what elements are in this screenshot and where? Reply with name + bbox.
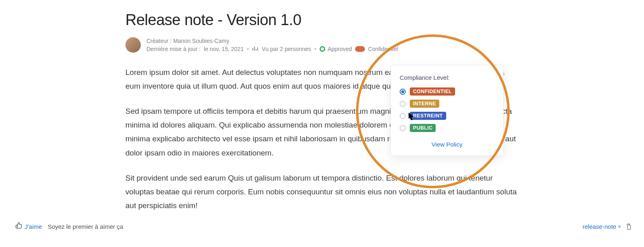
compliance-tag: CONFIDENTIEL bbox=[410, 87, 455, 96]
like-label: J'aime bbox=[25, 223, 42, 230]
updated-value: le nov. 15, 2021 bbox=[204, 45, 244, 53]
meta-text: Créateur : Manon Soubies-Camy Dernière m… bbox=[146, 37, 398, 53]
confidential-label: Confidentiel bbox=[368, 45, 398, 53]
radio-icon[interactable] bbox=[400, 113, 406, 119]
view-policy-row: View Policy bbox=[400, 141, 494, 148]
approved-label: Approved bbox=[328, 45, 352, 53]
updated-label: Dernière mise à jour : bbox=[146, 45, 201, 53]
compliance-levels: CONFIDENTIELINTERNERESTREINTPUBLIC bbox=[400, 87, 494, 132]
radio-icon[interactable] bbox=[400, 101, 406, 107]
meta-line-2: Dernière mise à jour : le nov. 15, 2021 … bbox=[146, 45, 398, 53]
creator-label: Créateur : bbox=[146, 38, 172, 44]
tag-icon[interactable]: 🏷 bbox=[625, 223, 633, 230]
compliance-tag: INTERNE bbox=[410, 100, 439, 108]
radio-icon[interactable] bbox=[400, 125, 406, 131]
creator-line: Créateur : Manon Soubies-Camy bbox=[146, 37, 398, 45]
paragraph-3: Sit provident unde sed earum Quis ut gal… bbox=[125, 171, 518, 213]
approved-icon bbox=[320, 46, 325, 52]
compliance-option-public[interactable]: PUBLIC bbox=[400, 124, 494, 132]
confidential-badge[interactable]: Confidentiel bbox=[355, 45, 398, 53]
meta-row: Créateur : Manon Soubies-Camy Dernière m… bbox=[125, 37, 518, 53]
tag-chip[interactable]: release-note × bbox=[583, 223, 621, 230]
page-title: Release note - Version 1.0 bbox=[125, 11, 518, 29]
like-button[interactable]: J'aime bbox=[15, 222, 42, 231]
compliance-popover: Compliance Level: CONFIDENTIELINTERNERES… bbox=[390, 65, 504, 156]
compliance-title: Compliance Level: bbox=[400, 74, 494, 81]
creator-name[interactable]: Manon Soubies-Camy bbox=[173, 38, 229, 44]
view-policy-link[interactable]: View Policy bbox=[432, 141, 462, 148]
like-hint: Soyez le premier à aimer ça bbox=[48, 223, 123, 230]
footer-right: release-note × 🏷 bbox=[583, 222, 632, 230]
separator: • bbox=[247, 45, 249, 53]
compliance-tag: RESTREINT bbox=[410, 112, 446, 120]
compliance-tag: PUBLIC bbox=[410, 124, 436, 132]
compliance-option-confidentiel[interactable]: CONFIDENTIEL bbox=[400, 87, 494, 96]
thumbs-up-icon bbox=[15, 222, 22, 231]
approved-badge[interactable]: Approved bbox=[320, 45, 352, 53]
radio-icon[interactable] bbox=[400, 89, 406, 95]
tag-remove-icon[interactable]: × bbox=[618, 224, 621, 230]
footer-left: J'aime Soyez le premier à aimer ça bbox=[15, 222, 123, 231]
compliance-option-restreint[interactable]: RESTREINT bbox=[400, 112, 494, 120]
separator: • bbox=[314, 45, 316, 53]
tag-label: release-note bbox=[583, 223, 616, 230]
avatar[interactable] bbox=[125, 37, 141, 53]
confidential-icon bbox=[355, 46, 365, 52]
compliance-option-interne[interactable]: INTERNE bbox=[400, 100, 494, 108]
page-footer: J'aime Soyez le premier à aimer ça relea… bbox=[15, 222, 632, 231]
views-text[interactable]: Vu par 2 personnes bbox=[262, 45, 311, 53]
analytics-icon[interactable] bbox=[252, 45, 258, 53]
